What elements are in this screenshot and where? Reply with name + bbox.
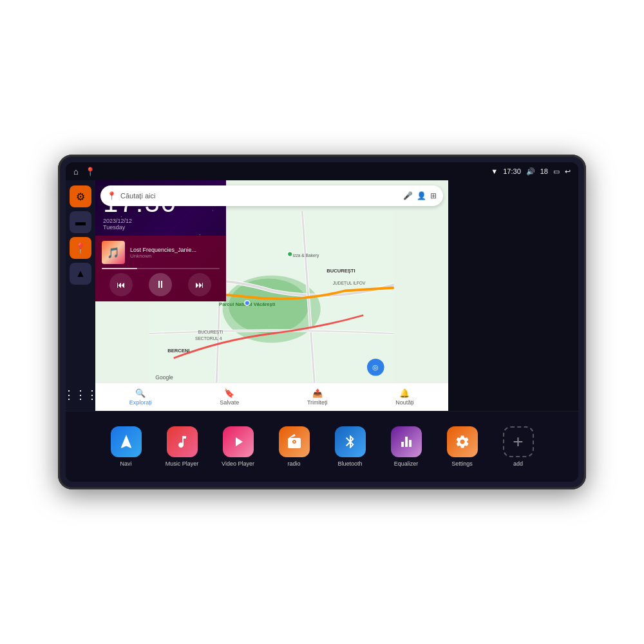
- volume-icon: 🔊: [526, 167, 535, 176]
- wifi-icon: ▼: [491, 167, 498, 175]
- map-icon: 📍: [74, 242, 87, 254]
- equalizer-label: Equalizer: [394, 460, 419, 467]
- search-icons: 🎤 👤 ⊞: [403, 191, 437, 200]
- day-value: Tuesday: [103, 224, 125, 231]
- settings-icon: ⚙: [76, 191, 85, 203]
- settings-label: Settings: [451, 460, 473, 467]
- mic-icon[interactable]: 🎤: [403, 191, 413, 200]
- map-area: 📍 Căutați aici 🎤 👤 ⊞: [95, 180, 578, 411]
- files-icon: ▬: [75, 216, 86, 228]
- app-grid: Navi Music Player Video Player: [66, 411, 578, 482]
- settings-app-icon: [447, 426, 478, 457]
- music-info: 🎵 Lost Frequencies_Janie... Unknown: [102, 241, 220, 264]
- svg-text:Pizza & Bakery: Pizza & Bakery: [290, 253, 319, 258]
- svg-text:◎: ◎: [372, 363, 379, 371]
- status-right: ▼ 17:30 🔊 18 ▭ ↩: [491, 167, 571, 176]
- play-pause-icon: ⏸: [155, 279, 166, 290]
- music-controls: ⏮ ⏸ ⏭: [102, 273, 220, 296]
- svg-text:BUCUREȘTI: BUCUREȘTI: [198, 330, 223, 335]
- svg-point-15: [287, 252, 292, 257]
- bluetooth-label: Bluetooth: [337, 460, 362, 467]
- video-label: Video Player: [222, 460, 254, 467]
- sidebar-nav-btn[interactable]: ▲: [70, 263, 91, 285]
- status-time: 17:30: [503, 167, 521, 175]
- svg-text:JUDEȚUL ILFOV: JUDEȚUL ILFOV: [333, 281, 366, 286]
- sidebar: ⚙ ▬ 📍 ▲ ⋮⋮⋮: [66, 180, 95, 411]
- album-art: 🎵: [102, 241, 125, 264]
- music-app-icon: [167, 426, 198, 457]
- prev-icon: ⏮: [117, 279, 126, 290]
- news-label: Noutăți: [395, 399, 414, 406]
- music-label: Music Player: [166, 460, 199, 467]
- prev-button[interactable]: ⏮: [109, 273, 133, 296]
- svg-text:Google: Google: [155, 374, 173, 381]
- maps-status-icon[interactable]: 📍: [85, 167, 95, 176]
- layers-icon[interactable]: ⊞: [430, 191, 437, 200]
- map-nav-news[interactable]: 🔔 Noutăți: [395, 388, 414, 406]
- screen: ⌂ 📍 ▼ 17:30 🔊 18 ▭ ↩ ⚙ ▬: [66, 162, 578, 482]
- app-radio[interactable]: radio: [275, 426, 314, 467]
- app-music[interactable]: Music Player: [163, 426, 202, 467]
- map-nav-share[interactable]: 📤 Trimiteți: [307, 388, 328, 406]
- app-bluetooth[interactable]: Bluetooth: [331, 426, 370, 467]
- account-icon[interactable]: 👤: [417, 191, 426, 200]
- app-add[interactable]: + add: [499, 426, 538, 467]
- svg-text:BUCUREȘTI: BUCUREȘTI: [327, 268, 355, 274]
- news-icon: 🔔: [399, 388, 410, 398]
- svg-point-14: [245, 301, 250, 306]
- grid-icon: ⋮⋮⋮: [66, 388, 98, 402]
- status-bar: ⌂ 📍 ▼ 17:30 🔊 18 ▭ ↩: [66, 162, 578, 180]
- album-art-icon: 🎵: [107, 247, 120, 259]
- bluetooth-icon: [335, 426, 366, 457]
- next-icon: ⏭: [195, 279, 204, 290]
- explore-label: Explorați: [129, 399, 152, 406]
- track-artist: Unknown: [130, 253, 220, 259]
- battery-icon: ▭: [553, 167, 560, 176]
- radio-icon: [279, 426, 310, 457]
- next-button[interactable]: ⏭: [188, 273, 211, 296]
- status-left: ⌂ 📍: [73, 167, 95, 176]
- map-search-bar[interactable]: 📍 Căutați aici 🎤 👤 ⊞: [100, 185, 443, 206]
- car-device: ⌂ 📍 ▼ 17:30 🔊 18 ▭ ↩ ⚙ ▬: [58, 155, 586, 489]
- map-nav-saved[interactable]: 🔖 Salvate: [220, 388, 239, 406]
- sidebar-files-btn[interactable]: ▬: [70, 211, 91, 233]
- app-equalizer[interactable]: Equalizer: [387, 426, 426, 467]
- track-info: Lost Frequencies_Janie... Unknown: [130, 247, 220, 259]
- search-text[interactable]: Căutați aici: [120, 192, 399, 200]
- map-bottom-nav: 🔍 Explorați 🔖 Salvate 📤 Trimiteți �: [95, 383, 448, 411]
- nav-icon: ▲: [75, 268, 86, 279]
- svg-text:SECTORUL 4: SECTORUL 4: [195, 336, 222, 341]
- equalizer-icon: [391, 426, 422, 457]
- sidebar-map-btn[interactable]: 📍: [70, 237, 91, 259]
- music-progress-bar[interactable]: [102, 268, 220, 269]
- back-icon[interactable]: ↩: [565, 167, 571, 176]
- navi-label: Navi: [120, 460, 131, 467]
- main-content: ⚙ ▬ 📍 ▲ ⋮⋮⋮ �: [66, 180, 578, 411]
- navi-icon: [111, 426, 142, 457]
- google-maps-icon: 📍: [107, 191, 117, 200]
- add-icon: +: [503, 426, 534, 457]
- battery-level: 18: [540, 167, 548, 175]
- sidebar-settings-btn[interactable]: ⚙: [70, 185, 91, 207]
- app-navi[interactable]: Navi: [107, 426, 146, 467]
- explore-icon: 🔍: [135, 388, 146, 398]
- map-nav-explore[interactable]: 🔍 Explorați: [129, 388, 152, 406]
- music-section: 🎵 Lost Frequencies_Janie... Unknown: [95, 236, 226, 301]
- sidebar-grid-btn[interactable]: ⋮⋮⋮: [70, 384, 91, 406]
- app-video[interactable]: Video Player: [219, 426, 258, 467]
- track-name: Lost Frequencies_Janie...: [130, 247, 220, 253]
- saved-label: Salvate: [220, 399, 239, 406]
- share-icon: 📤: [312, 388, 323, 398]
- share-label: Trimiteți: [307, 399, 328, 406]
- home-icon[interactable]: ⌂: [73, 167, 79, 176]
- radio-label: radio: [287, 460, 300, 467]
- video-icon: [223, 426, 254, 457]
- play-pause-button[interactable]: ⏸: [149, 273, 172, 296]
- saved-icon: 🔖: [224, 388, 234, 398]
- svg-text:BERCENI: BERCENI: [167, 348, 189, 354]
- date-value: 2023/12/12: [103, 218, 132, 224]
- clock-date: 2023/12/12 Tuesday: [103, 218, 218, 231]
- music-progress-fill: [102, 268, 137, 269]
- app-settings[interactable]: Settings: [443, 426, 482, 467]
- add-label: add: [513, 460, 523, 467]
